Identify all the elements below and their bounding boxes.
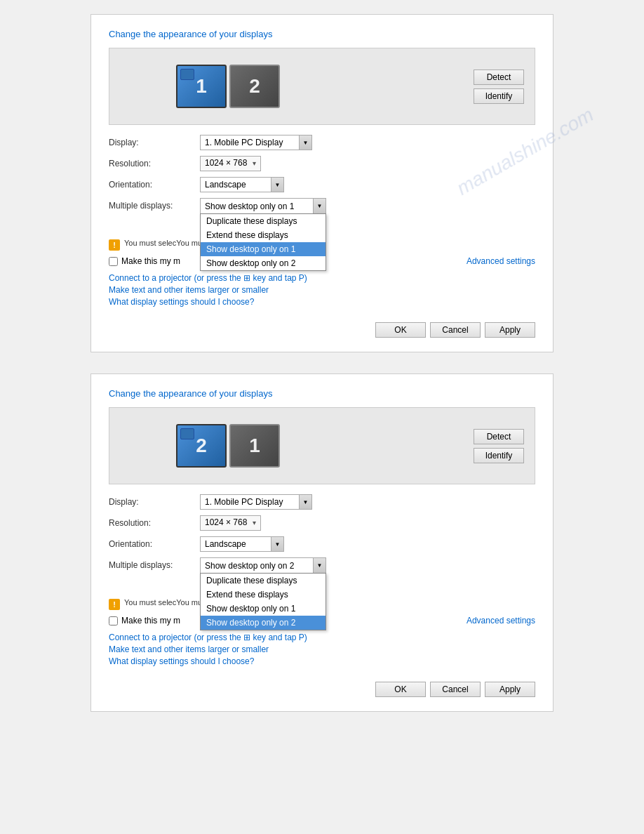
projector-link-2[interactable]: Connect to a projector (or press the ⊞ k… [109, 633, 535, 642]
multiple-displays-row-2: Multiple displays: Show desktop only on … [109, 557, 535, 573]
text-size-link-2[interactable]: Make text and other items larger or smal… [109, 644, 535, 654]
option-duplicate-1[interactable]: Duplicate these displays [201, 214, 326, 228]
option-show1-2[interactable]: Show desktop only on 1 [201, 602, 326, 616]
make-main-checkbox-1[interactable] [109, 257, 118, 266]
text-size-link-1[interactable]: Make text and other items larger or smal… [109, 285, 535, 295]
warning-icon-2: ! [109, 599, 120, 610]
resolution-row-2: Resolution: 1024 × 768 ▾ [109, 515, 535, 531]
detect-button-2[interactable]: Detect [474, 429, 524, 444]
buttons-row-1: OK Cancel Apply [109, 315, 535, 338]
monitor-1a-box[interactable]: 1 [229, 424, 280, 468]
display-label-1: Display: [109, 138, 200, 147]
orientation-value-2: Landscape [201, 538, 271, 550]
option-extend-1[interactable]: Extend these displays [201, 228, 326, 242]
multiple-displays-value-2: Show desktop only on 2 [201, 560, 313, 572]
links-section-2: Connect to a projector (or press the ⊞ k… [109, 633, 535, 666]
display-dropdown-arrow-2: ▼ [299, 495, 311, 509]
cancel-button-1[interactable]: Cancel [430, 322, 481, 338]
detect-button-1[interactable]: Detect [474, 70, 524, 85]
multiple-displays-label-1: Multiple displays: [109, 201, 200, 211]
ok-button-1[interactable]: OK [375, 322, 426, 338]
orientation-dropdown-2[interactable]: Landscape ▼ [200, 536, 284, 552]
display-dropdown-1[interactable]: 1. Mobile PC Display ▼ [200, 135, 312, 150]
display-dropdown-arrow-1: ▼ [299, 135, 311, 150]
identify-button-1[interactable]: Identify [474, 88, 524, 104]
monitor-1-overlay [180, 69, 194, 80]
monitor-2a-number: 2 [196, 435, 207, 457]
panel-1: Change the appearance of your displays 1… [90, 14, 554, 352]
identify-button-2[interactable]: Identify [474, 448, 524, 463]
multiple-displays-dropdown-2[interactable]: Show desktop only on 2 ▼ [200, 557, 326, 573]
monitor-1-number: 1 [196, 75, 207, 98]
make-main-checkbox-2[interactable] [109, 616, 118, 626]
orientation-dropdown-1[interactable]: Landscape ▼ [200, 177, 284, 192]
monitor-1a-number: 1 [249, 435, 260, 457]
monitor-2a-box[interactable]: 2 [176, 424, 227, 468]
ok-button-2[interactable]: OK [375, 682, 426, 697]
option-duplicate-2[interactable]: Duplicate these displays [201, 574, 326, 588]
warning-icon-1: ! [109, 239, 120, 251]
orientation-row-1: Orientation: Landscape ▼ [109, 177, 535, 192]
multiple-displays-arrow-2: ▼ [313, 558, 326, 573]
monitor-2a-overlay [180, 428, 194, 439]
monitor-2-number: 2 [249, 75, 260, 98]
option-show1-1[interactable]: Show desktop only on 1 [201, 242, 326, 256]
monitors-area-2: 2 1 [176, 424, 280, 468]
multiple-displays-arrow-1: ▼ [313, 199, 326, 213]
display-row-2: Display: 1. Mobile PC Display ▼ [109, 494, 535, 510]
orientation-label-2: Orientation: [109, 539, 200, 549]
display-label-2: Display: [109, 497, 200, 507]
panel-1-title: Change the appearance of your displays [109, 29, 535, 39]
orientation-arrow-1: ▼ [271, 178, 283, 192]
display-settings-link-1[interactable]: What display settings should I choose? [109, 297, 535, 307]
detect-identify-group-2: Detect Identify [474, 429, 524, 463]
multiple-displays-value-1: Show desktop only on 1 [201, 200, 313, 213]
resolution-label-2: Resolution: [109, 518, 200, 528]
multiple-displays-row-1: Multiple displays: Show desktop only on … [109, 198, 535, 213]
display-preview-2: 2 1 Detect Identify [109, 407, 535, 484]
panel-2: Change the appearance of your displays 2… [90, 373, 554, 712]
monitors-area-1: 1 2 [176, 65, 280, 108]
display-row-1: Display: 1. Mobile PC Display ▼ [109, 135, 535, 150]
multiple-displays-dropdown-1[interactable]: Show desktop only on 1 ▼ [200, 198, 326, 213]
panel-2-title: Change the appearance of your displays [109, 388, 535, 399]
orientation-row-2: Orientation: Landscape ▼ [109, 536, 535, 552]
projector-link-1[interactable]: Connect to a projector (or press the ⊞ k… [109, 273, 535, 283]
display-preview-1: 1 2 Detect Identify [109, 48, 535, 125]
orientation-arrow-2: ▼ [271, 537, 283, 551]
links-section-1: Connect to a projector (or press the ⊞ k… [109, 273, 535, 307]
apply-button-1[interactable]: Apply [485, 322, 535, 338]
advanced-settings-link-1[interactable]: Advanced settings [467, 256, 535, 266]
multiple-displays-popup-2: Duplicate these displays Extend these di… [200, 573, 326, 630]
resolution-input-1[interactable]: 1024 × 768 ▾ [200, 156, 261, 171]
resolution-label-1: Resolution: [109, 159, 200, 168]
detect-identify-group-1: Detect Identify [474, 70, 524, 104]
multiple-displays-popup-1: Duplicate these displays Extend these di… [200, 213, 326, 271]
cancel-button-2[interactable]: Cancel [430, 682, 481, 697]
monitor-2-box[interactable]: 2 [229, 65, 280, 108]
option-show2-1[interactable]: Show desktop only on 2 [201, 256, 326, 270]
display-settings-link-2[interactable]: What display settings should I choose? [109, 656, 535, 666]
option-extend-2[interactable]: Extend these displays [201, 588, 326, 602]
option-show2-2[interactable]: Show desktop only on 2 [201, 616, 326, 630]
advanced-settings-link-2[interactable]: Advanced settings [467, 616, 535, 626]
display-value-2: 1. Mobile PC Display [201, 496, 299, 508]
orientation-value-1: Landscape [201, 178, 271, 191]
multiple-displays-label-2: Multiple displays: [109, 560, 200, 570]
resolution-input-2[interactable]: 1024 × 768 ▾ [200, 515, 261, 531]
monitor-1-box[interactable]: 1 [176, 65, 227, 108]
apply-button-2[interactable]: Apply [485, 682, 535, 697]
buttons-row-2: OK Cancel Apply [109, 675, 535, 697]
display-value-1: 1. Mobile PC Display [201, 136, 299, 149]
resolution-row-1: Resolution: 1024 × 768 ▾ [109, 156, 535, 171]
make-main-label-1: Make this my m [121, 256, 180, 266]
display-dropdown-2[interactable]: 1. Mobile PC Display ▼ [200, 494, 312, 510]
make-main-label-2: Make this my m [121, 616, 180, 626]
orientation-label-1: Orientation: [109, 180, 200, 190]
